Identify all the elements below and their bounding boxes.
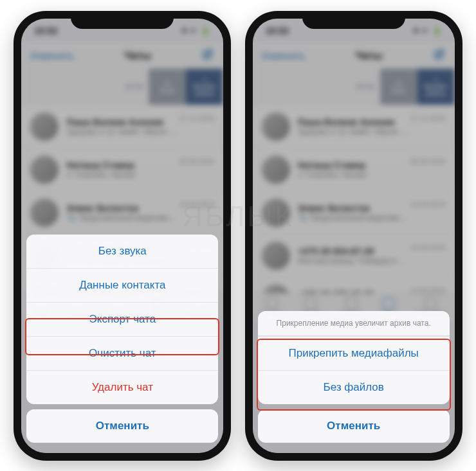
sheet-mute[interactable]: Без звука (26, 235, 218, 268)
notch (302, 11, 405, 29)
sheet-contact-info[interactable]: Данные контакта (26, 268, 218, 302)
phone-left: 15:53 ✈︎ ᯤ 🔋 Изменить Чаты 15:52 (14, 11, 231, 461)
sheet-cancel[interactable]: Отменить (26, 409, 218, 443)
phone-right: 15:53 ✈︎ ᯤ 🔋 Изменить Чаты 15:52 (245, 11, 462, 461)
sheet-export-chat[interactable]: Экспорт чата (26, 302, 218, 336)
sheet-attach-media[interactable]: Прикрепить медиафайлы (258, 336, 450, 370)
action-sheet: Прикрепление медиа увеличит архив чата. … (258, 311, 450, 448)
action-sheet: Без звука Данные контакта Экспорт чата О… (26, 235, 218, 448)
sheet-without-files[interactable]: Без файлов (258, 370, 450, 404)
sheet-clear-chat[interactable]: Очистить чат (26, 336, 218, 370)
sheet-delete-chat[interactable]: Удалить чат (26, 370, 218, 404)
notch (71, 11, 174, 29)
sheet-header: Прикрепление медиа увеличит архив чата. (258, 311, 450, 336)
sheet-cancel[interactable]: Отменить (258, 409, 450, 443)
